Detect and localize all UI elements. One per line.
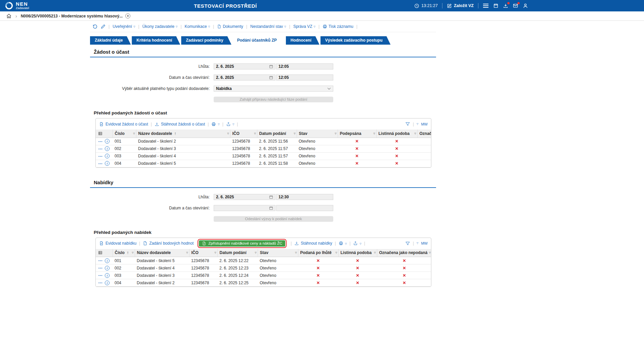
odeslani-vyzvy-button[interactable]: Odeslání výzvy k podání nabídek <box>214 216 333 222</box>
lhuta-date-input[interactable]: 2. 6. 2025 <box>214 63 275 69</box>
tab-hodnoceni[interactable]: Hodnocení <box>286 36 319 45</box>
mw-dropdown-icon[interactable]: ▽ <box>417 123 418 126</box>
create-vz-button[interactable]: Založit VZ <box>447 3 474 8</box>
calendar-icon[interactable] <box>269 195 273 199</box>
table-row[interactable]: ••• i 004 Dodavatel - školení 5 12345678… <box>96 160 431 167</box>
column-header-podepsana[interactable]: Podepsána ▽ <box>338 130 376 138</box>
column-filter-icon[interactable]: ▽ <box>227 132 229 135</box>
export-table-button[interactable]: ▽ <box>226 122 234 127</box>
column-header-cislo[interactable]: Číslo ↑ ▽ <box>113 249 135 257</box>
action-uverejneni[interactable]: Uveřejnění ▽ <box>113 24 135 29</box>
table-row[interactable]: ••• i 003 Dodavatel - školení 4 12345678… <box>96 152 431 160</box>
info-icon[interactable]: i <box>105 146 110 151</box>
column-filter-icon[interactable]: ▽ <box>335 132 337 135</box>
filter-funnel-icon[interactable] <box>405 241 410 246</box>
typ-podani-select[interactable]: Nabídka <box>214 86 333 92</box>
action-nestandardni-stav[interactable]: Nestandardní stav ▽ <box>250 24 286 29</box>
tab-podani-ucastniku-zp[interactable]: Podání účastníků ZP <box>232 36 285 45</box>
column-header-stav[interactable]: Stav ▽ <box>297 130 338 138</box>
column-header-listinna-podoba[interactable]: Listinná podoba ▽ <box>376 130 417 138</box>
info-icon[interactable]: i <box>105 139 110 144</box>
close-icon[interactable]: × <box>125 13 130 18</box>
column-filter-icon[interactable]: ▽ <box>374 132 375 135</box>
mw-label[interactable]: MW <box>421 241 428 245</box>
column-filter-icon[interactable]: ▽ <box>295 251 297 254</box>
filter-funnel-icon[interactable] <box>405 121 410 127</box>
print-table-button[interactable]: ▽ <box>211 122 219 127</box>
info-icon[interactable]: i <box>105 154 110 158</box>
action-sprava-vz[interactable]: Správa VZ ▽ <box>293 24 315 29</box>
row-menu-icon[interactable]: ••• <box>98 281 103 284</box>
zadani-bodovych-hodnot-button[interactable]: Zadání bodových hodnot <box>143 241 194 246</box>
nen-logo[interactable]: NEN Zadavatel <box>5 1 29 10</box>
tab-zakladni-udaje[interactable]: Základní údaje <box>90 36 131 45</box>
row-menu-icon[interactable]: ••• <box>98 266 103 269</box>
calendar-icon[interactable] <box>269 206 273 210</box>
column-header-listinna-podoba[interactable]: Listinná podoba ▽ <box>338 249 377 257</box>
row-menu-icon[interactable]: ••• <box>98 140 103 143</box>
lhuta-date-input[interactable]: 2. 6. 2025 <box>214 194 275 200</box>
hamburger-menu-icon[interactable] <box>483 3 489 8</box>
row-menu-icon[interactable]: ••• <box>98 147 103 150</box>
column-filter-icon[interactable]: ▽ <box>374 251 376 254</box>
stahnout-zadosti-button[interactable]: Stáhnout žádosti o účast <box>155 122 205 127</box>
row-menu-icon[interactable]: ••• <box>98 259 103 262</box>
tab-kriteria-hodnoceni[interactable]: Kritéria hodnocení <box>132 36 180 45</box>
table-row[interactable]: ••• i 003 Dodavatel - školení 3 12345678… <box>96 272 431 279</box>
print-table-button[interactable]: ▽ <box>339 241 347 246</box>
messages-button[interactable] <box>513 3 518 8</box>
home-icon[interactable] <box>6 13 12 19</box>
record-tab[interactable]: N006/25/V00005213 - Modernizace systému … <box>21 13 131 18</box>
column-filter-icon[interactable]: ▽ <box>255 251 257 254</box>
info-icon[interactable]: i <box>105 161 110 166</box>
calendar-icon[interactable] <box>269 76 273 80</box>
mw-dropdown-icon[interactable]: ▽ <box>417 242 418 245</box>
table-row[interactable]: ••• i 004 Dodavatel - školení 2 12345678… <box>96 279 431 287</box>
column-filter-icon[interactable]: ▽ <box>254 132 256 135</box>
column-header-datum-podani[interactable]: Datum podání ▽ <box>257 130 297 138</box>
column-filter-icon[interactable]: ▽ <box>133 132 135 135</box>
tab-vysledek-zadavaciho-postupu[interactable]: Výsledek zadávacího postupu <box>320 36 391 45</box>
column-header-oznacena[interactable]: Označena jako nepodaná <box>417 130 431 138</box>
column-filter-icon[interactable]: ▽ <box>429 251 431 254</box>
column-header-stav[interactable]: Stav ▽ <box>258 249 298 257</box>
action-dokumenty[interactable]: Dokumenty <box>217 24 243 29</box>
tab-zadavaci-podminky[interactable]: Zadávací podmínky <box>181 36 231 45</box>
calendar-icon[interactable] <box>493 3 499 8</box>
lhuta-time-input[interactable]: 12:05 <box>276 63 333 69</box>
zpristupneni-nabidkove-ceny-button[interactable]: Zpřístupnění nabídkové ceny a nákladů ŽC <box>199 240 285 247</box>
column-filter-icon[interactable]: ▽ <box>336 251 337 254</box>
zahajit-pripravu-button[interactable]: Zahájit přípravu následující fáze podání <box>214 97 333 102</box>
column-header-podana-po-lhute[interactable]: Podaná po lhůtě ▽ <box>298 249 338 257</box>
table-row[interactable]: ••• i 001 Dodavatel - školení 5 12345678… <box>96 257 431 264</box>
otevirani-time-input[interactable]: 12:05 <box>276 74 333 81</box>
column-header-oznacena[interactable]: Označena jako nepodaná ▽ <box>377 249 431 257</box>
column-header-ico[interactable]: IČO ▽ <box>230 130 257 138</box>
column-filter-icon[interactable]: ▽ <box>415 132 416 135</box>
otevirani-date-input[interactable] <box>214 205 275 211</box>
column-filter-icon[interactable]: ▽ <box>132 251 134 254</box>
action-tisk-zaznamu[interactable]: Tisk záznamu <box>323 24 353 29</box>
table-row[interactable]: ••• i 002 Dodavatel - školení 3 12345678… <box>96 145 431 152</box>
otevirani-time-input[interactable] <box>276 205 333 211</box>
column-header-nazev-dodavatele[interactable]: Název dodavatele ↑ ▽ <box>136 130 230 138</box>
column-header-ico[interactable]: IČO ▽ <box>189 249 217 257</box>
info-icon[interactable]: i <box>105 258 110 263</box>
history-icon[interactable] <box>92 24 98 29</box>
table-row[interactable]: ••• i 002 Dodavatel - školení 4 12345678… <box>96 264 431 272</box>
column-header-nazev-dodavatele[interactable]: Název dodavatele ▽ <box>135 249 189 257</box>
downloads-button[interactable] <box>503 3 508 8</box>
mw-label[interactable]: MW <box>421 122 428 126</box>
column-header-cislo[interactable]: Číslo ▽ <box>113 130 136 138</box>
evidovat-nabidku-button[interactable]: Evidovat nabídku <box>99 241 136 246</box>
column-header-datum-podani[interactable]: Datum podání ▽ <box>217 249 258 257</box>
calendar-icon[interactable] <box>269 64 273 68</box>
action-komunikace[interactable]: Komunikace ▽ <box>185 24 210 29</box>
info-icon[interactable]: i <box>105 266 110 270</box>
table-row[interactable]: ••• i 001 Dodavatel - školení 2 12345678… <box>96 138 431 145</box>
column-filter-icon[interactable]: ▽ <box>215 251 216 254</box>
row-menu-icon[interactable]: ••• <box>98 162 103 165</box>
lhuta-time-input[interactable]: 12:30 <box>276 194 333 200</box>
evidovat-zadost-button[interactable]: Evidovat žádost o účast <box>99 122 148 127</box>
otevirani-date-input[interactable]: 2. 6. 2025 <box>214 74 275 81</box>
